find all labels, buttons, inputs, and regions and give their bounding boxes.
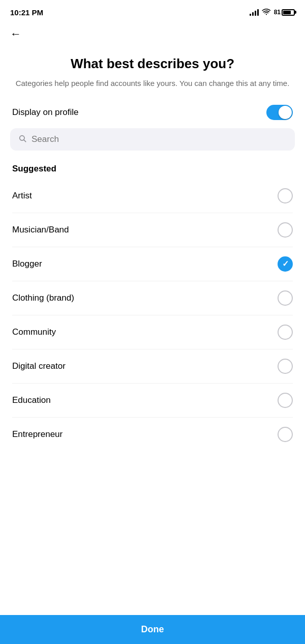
category-item-artist[interactable]: Artist [12,179,293,213]
svg-line-1 [24,140,26,142]
radio-digital-creator[interactable] [278,359,293,374]
page-title: What best describes you? [15,56,290,72]
radio-education[interactable] [278,393,293,408]
category-item-musician-band[interactable]: Musician/Band [12,213,293,247]
search-icon [18,134,26,144]
wifi-icon [262,8,271,17]
done-button[interactable]: Done [0,615,305,644]
category-name: Education [12,395,51,405]
category-name: Artist [12,191,32,201]
status-time: 10:21 PM [10,8,43,17]
radio-community[interactable] [278,325,293,340]
category-item-digital-creator[interactable]: Digital creator [12,349,293,384]
category-name: Entrepreneur [12,429,63,440]
radio-clothing-brand[interactable] [278,290,293,306]
search-container [0,128,305,161]
display-toggle-row: Display on profile [0,95,305,128]
page-subtitle: Categories help people find accounts lik… [15,78,290,90]
display-toggle[interactable] [266,105,293,120]
category-name: Blogger [12,259,42,269]
back-arrow-icon: ← [10,27,21,40]
category-name: Clothing (brand) [12,293,74,303]
radio-entrepreneur[interactable] [278,427,293,442]
category-name: Digital creator [12,361,66,371]
battery-icon: 81 [274,9,295,16]
status-bar: 10:21 PM 81 [0,0,305,22]
header-section: What best describes you? Categories help… [0,46,305,95]
status-icons: 81 [250,8,295,17]
category-list: Artist Musician/Band Blogger Clothing (b… [0,179,305,451]
toggle-thumb [279,106,292,119]
category-item-education[interactable]: Education [12,384,293,418]
search-bar [10,128,295,151]
category-name: Musician/Band [12,225,69,235]
battery-level: 81 [274,9,281,16]
radio-blogger[interactable] [278,256,293,272]
category-item-entrepreneur[interactable]: Entrepreneur [12,418,293,451]
search-input[interactable] [32,134,287,144]
category-item-clothing-brand[interactable]: Clothing (brand) [12,281,293,315]
suggested-label: Suggested [0,161,305,179]
toggle-label: Display on profile [12,107,78,118]
radio-artist[interactable] [278,188,293,203]
back-button[interactable]: ← [0,22,305,46]
radio-musician-band[interactable] [278,222,293,238]
category-item-community[interactable]: Community [12,315,293,349]
category-item-blogger[interactable]: Blogger [12,247,293,281]
signal-icon [250,9,259,16]
category-name: Community [12,327,56,337]
